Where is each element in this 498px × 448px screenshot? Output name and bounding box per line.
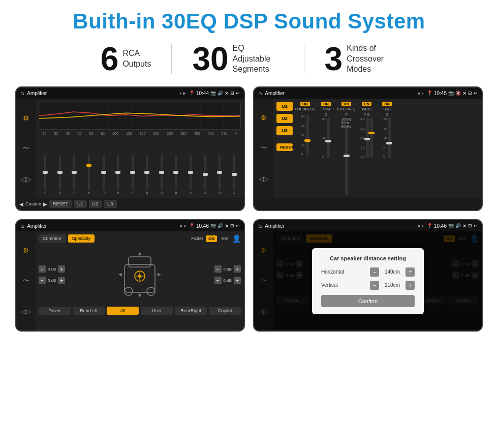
freq-63: 63 <box>89 132 93 135</box>
fader-app-title: Amplifier <box>27 223 177 229</box>
amp2-home-icon[interactable]: ⌂ <box>258 89 262 97</box>
fader-wave-icon[interactable]: 〜 <box>23 276 29 285</box>
amp2-reset-btn[interactable]: RESET <box>276 143 293 151</box>
amp2-status-icons: 📍 10:45 📷 🔇 ✕ ⊟ ↩ <box>427 91 478 96</box>
channel-group: ON LOUDNESS 644832160 <box>295 102 479 195</box>
knob3-plus[interactable]: + <box>234 265 241 273</box>
eq-wave-icon[interactable]: 〜 <box>22 144 29 153</box>
dialog-vertical-plus[interactable]: + <box>406 281 415 290</box>
cutfreq-freq: 100Hz90Hz80kHz <box>341 117 351 128</box>
freq-320: 320 <box>180 132 186 135</box>
tab-specialty[interactable]: Specialty <box>68 234 95 243</box>
svg-rect-2 <box>129 257 151 267</box>
u1-button[interactable]: U1 <box>276 102 293 111</box>
dialog-home-icon[interactable]: ⌂ <box>258 222 262 229</box>
cutfreq-label: CUT FREQ <box>337 107 356 111</box>
svg-marker-9 <box>138 252 141 255</box>
knob1-minus[interactable]: − <box>39 265 46 273</box>
dialog-vertical-minus[interactable]: − <box>370 281 379 290</box>
knob-row-3: − 0 dB + <box>214 265 241 273</box>
eq-volume-icon[interactable]: ◁▷ <box>20 175 32 183</box>
dialog-screen: ⌂ Amplifier ■ ● 📍 10:46 📷 🔊 ✕ ⊟ ↩ ⚙ <box>253 219 483 332</box>
sub-sub: G <box>386 113 388 116</box>
loudness-on-badge[interactable]: ON <box>300 102 310 106</box>
freq-200: 200 <box>153 132 160 135</box>
fader-time: 10:46 <box>196 223 209 229</box>
freq-25: 25 <box>43 132 47 135</box>
btn-copilot[interactable]: Copilot <box>209 307 241 315</box>
u-buttons: U1 U2 U3 RESET <box>276 102 293 195</box>
page-title: Buith-in 30EQ DSP Sound System <box>15 9 483 34</box>
dialog-time: 10:46 <box>434 223 447 229</box>
fader-location-icon: 📍 <box>189 223 195 228</box>
btn-driver[interactable]: Driver <box>39 307 71 315</box>
confirm-button[interactable]: Confirm <box>321 295 415 307</box>
dialog-horizontal-plus[interactable]: + <box>406 267 415 277</box>
eq-reset-btn[interactable]: RESET <box>49 200 72 208</box>
fader-vol-sidebar[interactable]: ◁▷ <box>21 308 31 315</box>
cutfreq-on-badge[interactable]: ON <box>341 102 351 106</box>
bass-label: BASS <box>362 107 371 111</box>
sub-on-badge[interactable]: ON <box>382 102 392 106</box>
fader-center: − 0 dB + − 0 dB + <box>39 247 241 303</box>
u3-button[interactable]: U3 <box>276 126 293 135</box>
dialog-camera-icon: 📷 <box>448 223 454 228</box>
location-icon: 📍 <box>189 91 195 96</box>
tab-common[interactable]: Common <box>39 234 66 243</box>
slider-8: 0 <box>140 155 154 195</box>
bass-on-badge[interactable]: ON <box>362 102 371 106</box>
fader-min-icon: ⊟ <box>230 223 234 228</box>
fader-label-text: Fader <box>191 236 203 241</box>
fader-filter-icon[interactable]: ⚙ <box>23 247 29 254</box>
amp2-status-bar: ⌂ Amplifier ■ ● 📍 10:45 📷 🔇 ✕ ⊟ ↩ <box>254 87 482 99</box>
eq-u3-btn[interactable]: U3 <box>104 200 117 208</box>
dialog-location-icon: 📍 <box>427 223 432 228</box>
knob2-plus[interactable]: + <box>58 277 65 284</box>
fader-main: Common Specialty Fader ON ≡≡ 👤 − 0 dB <box>36 231 244 331</box>
knob3-minus[interactable]: − <box>214 265 222 273</box>
amp2-sidebar: ⚙ 〜 ◁▷ <box>254 99 273 198</box>
fader-bars-icon: ≡≡ <box>221 235 228 242</box>
amp2-wave-icon[interactable]: 〜 <box>261 143 267 153</box>
knob1-value: 0 dB <box>48 267 56 272</box>
expand-icon[interactable]: » <box>235 132 237 135</box>
btn-user[interactable]: User <box>141 307 173 315</box>
eq-filter-icon[interactable]: ⚙ <box>23 114 29 122</box>
btn-all[interactable]: All <box>107 307 139 315</box>
u2-button[interactable]: U2 <box>276 114 293 123</box>
eq-freq-labels: 25 32 40 50 63 80 100 125 160 200 250 32… <box>39 132 241 135</box>
knob2-minus[interactable]: − <box>39 277 46 284</box>
knob4-minus[interactable]: − <box>214 277 222 284</box>
fader-content: ⚙ 〜 ◁▷ Common Specialty Fader ON ≡≡ 👤 <box>16 231 244 331</box>
dialog-min-icon: ⊟ <box>468 223 472 228</box>
eq-custom-label: Custom <box>25 201 41 206</box>
dialog-horizontal-minus[interactable]: − <box>370 267 379 277</box>
eq-sliders: 0 0 0 5 <box>39 137 241 195</box>
home-icon[interactable]: ⌂ <box>20 89 24 97</box>
phat-on-badge[interactable]: ON <box>321 102 331 106</box>
dialog-horizontal-row: Horizontal − 140cm + <box>321 267 415 277</box>
amp2-vol-sidebar-icon[interactable]: ◁▷ <box>259 175 269 183</box>
eq-u2-btn[interactable]: U2 <box>89 200 102 208</box>
fader-status-bar: ⌂ Amplifier ■ ● 📍 10:46 📷 🔊 ✕ ⊟ ↩ <box>16 220 244 231</box>
slider-5: 0 <box>97 155 110 195</box>
eq-dot-icons: ● ▶ <box>179 91 186 96</box>
stat-eq: 30 EQ AdjustableSegments <box>172 43 303 75</box>
volume-icon: 🔊 <box>217 91 223 96</box>
fader-home-icon[interactable]: ⌂ <box>20 222 24 229</box>
dialog-horizontal-label: Horizontal <box>321 269 367 275</box>
knob1-plus[interactable]: + <box>58 265 65 273</box>
fader-user-icon[interactable]: 👤 <box>232 234 241 243</box>
fader-on-toggle[interactable]: ON <box>206 235 217 242</box>
eq-next-icon[interactable]: ▶ <box>43 201 47 207</box>
freq-50: 50 <box>77 132 81 135</box>
eq-prev-icon[interactable]: ◀ <box>19 201 23 207</box>
eq-u1-btn[interactable]: U1 <box>74 200 87 208</box>
btn-rearright[interactable]: RearRight <box>175 307 207 315</box>
knob4-plus[interactable]: + <box>234 277 241 284</box>
amp2-filter-icon[interactable]: ⚙ <box>261 114 267 122</box>
loudness-label: LOUDNESS <box>295 107 315 111</box>
freq-125: 125 <box>126 132 132 135</box>
freq-400: 400 <box>194 132 200 135</box>
btn-rearleft[interactable]: RearLeft <box>73 307 105 315</box>
